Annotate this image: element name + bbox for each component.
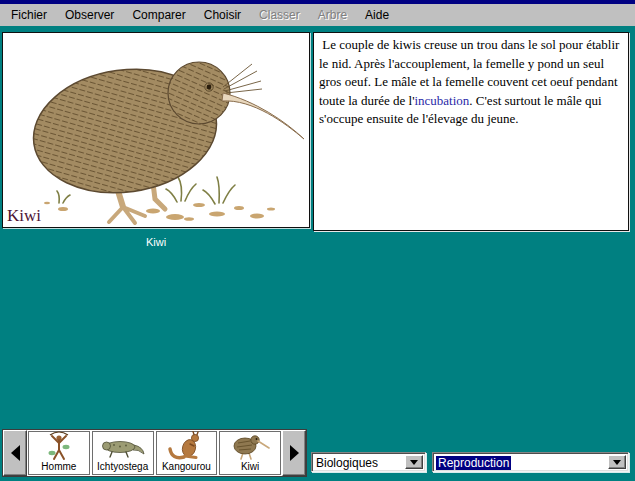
thumbnail-kangourou[interactable]: Kangourou: [156, 431, 218, 475]
menu-item-arbre: Arbre: [309, 5, 356, 25]
thumbnail-homme[interactable]: Homme: [28, 431, 90, 475]
category-dropdown-value: Biologiques: [316, 456, 378, 470]
menu-item-aide[interactable]: Aide: [356, 5, 398, 25]
application-window: Fichier Observer Comparer Choisir Classe…: [0, 0, 635, 481]
category-dropdown-arrow[interactable]: [405, 455, 423, 469]
chevron-down-icon: [613, 460, 621, 465]
description-panel: Le couple de kiwis creuse un trou dans l…: [313, 32, 629, 231]
thumbnail-label: Kangourou: [162, 461, 211, 474]
thumbnail-label: Kiwi: [241, 461, 259, 474]
description-text: Le couple de kiwis creuse un trou dans l…: [319, 36, 623, 129]
species-image-panel: Kiwi: [2, 32, 310, 228]
scroll-left-button[interactable]: [3, 430, 27, 476]
menu-item-choisir[interactable]: Choisir: [195, 5, 250, 25]
species-image-label: Kiwi: [7, 206, 41, 226]
scroll-right-button[interactable]: [282, 430, 306, 476]
topic-dropdown-arrow[interactable]: [608, 455, 626, 469]
homme-thumbnail-image: [39, 431, 79, 461]
category-dropdown[interactable]: Biologiques: [311, 452, 426, 472]
chevron-down-icon: [410, 460, 418, 465]
kiwi-thumbnail-image: [230, 431, 270, 461]
topic-dropdown-value: Reproduction: [436, 456, 511, 470]
incubation-link[interactable]: incubation: [414, 93, 469, 108]
right-arrow-icon: [290, 445, 299, 461]
kiwi-illustration: [3, 33, 309, 227]
left-arrow-icon: [11, 445, 20, 461]
thumbnail-label: Ichtyostega: [97, 461, 148, 474]
menu-bar: Fichier Observer Comparer Choisir Classe…: [0, 4, 635, 26]
thumbnail-label: Homme: [41, 461, 76, 474]
image-caption: Kiwi: [2, 236, 310, 248]
thumbnail-list: Homme Ichtyostega: [27, 430, 282, 476]
menu-item-observer[interactable]: Observer: [56, 5, 123, 25]
menu-item-fichier[interactable]: Fichier: [2, 5, 56, 25]
thumbnail-ichtyostega[interactable]: Ichtyostega: [92, 431, 154, 475]
kangourou-thumbnail-image: [166, 431, 206, 461]
menu-item-comparer[interactable]: Comparer: [123, 5, 194, 25]
thumbnail-kiwi[interactable]: Kiwi: [219, 431, 281, 475]
thumbnail-strip: Homme Ichtyostega: [2, 429, 307, 477]
menu-item-classer: Classer: [250, 5, 309, 25]
ichtyostega-thumbnail-image: [100, 432, 146, 461]
topic-dropdown[interactable]: Reproduction: [432, 452, 629, 472]
